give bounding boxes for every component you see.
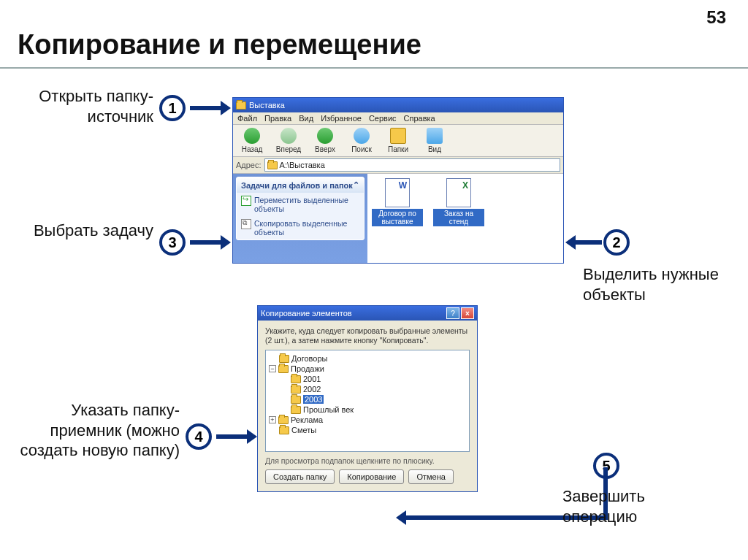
tree-label: 2003: [303, 395, 324, 404]
toolbar-fwd-label: Вперед: [276, 145, 301, 153]
step2-badge: 2: [603, 229, 630, 256]
folder-icon: [278, 416, 289, 424]
toolbar-forward-button[interactable]: Вперед: [272, 128, 305, 153]
explorer-titlebar[interactable]: Выставка: [233, 98, 563, 112]
step3-label: Выбрать задачу: [29, 220, 153, 241]
tree-node[interactable]: − Продажи: [269, 364, 466, 374]
step4-badge: 4: [186, 423, 212, 450]
file-label: Заказ на стенд: [433, 209, 484, 226]
menu-favorites[interactable]: Избранное: [321, 114, 362, 123]
file-label: Договор по выставке: [372, 209, 423, 226]
explorer-window: Выставка Файл Правка Вид Избранное Серви…: [232, 97, 564, 264]
dialog-body: Укажите, куда следует копировать выбранн…: [258, 321, 477, 491]
page-number: 53: [706, 7, 726, 28]
menu-edit[interactable]: Правка: [264, 114, 291, 123]
step1-arrow: [190, 106, 224, 110]
toolbar-search-button[interactable]: Поиск: [346, 128, 378, 153]
folder-icon: [279, 355, 289, 363]
task-move-item[interactable]: Переместить выделенные объекты: [237, 193, 364, 216]
toolbar-back-button[interactable]: Назад: [236, 128, 268, 153]
toolbar-views-button[interactable]: Вид: [419, 128, 451, 153]
close-button[interactable]: ×: [461, 307, 474, 319]
menu-help[interactable]: Справка: [404, 114, 435, 123]
task-move-label: Переместить выделенные объекты: [254, 196, 359, 213]
step2-arrow: [573, 240, 602, 245]
explorer-toolbar: Назад Вперед Вверх Поиск Папки Вид: [233, 125, 563, 157]
forward-icon: [280, 128, 297, 144]
task-pane-box: Задачи для файлов и папок ⌃ Переместить …: [236, 177, 365, 240]
explorer-addressbar: Адрес: A:\Выставка: [233, 157, 563, 174]
copy-dialog: Копирование элементов ? × Укажите, куда …: [257, 305, 478, 492]
up-icon: [317, 128, 333, 144]
toolbar-folders-button[interactable]: Папки: [382, 128, 414, 153]
excel-file-icon: [446, 178, 471, 207]
toolbar-up-button[interactable]: Вверх: [309, 128, 341, 153]
tree-node[interactable]: 2001: [269, 374, 466, 384]
tree-label: Договоры: [291, 354, 327, 363]
move-icon: [241, 196, 251, 206]
folder-icon: [291, 375, 301, 383]
task-pane-header[interactable]: Задачи для файлов и папок ⌃: [237, 177, 364, 193]
task-pane: Задачи для файлов и папок ⌃ Переместить …: [233, 174, 367, 263]
explorer-title: Выставка: [249, 101, 285, 110]
page-title: Копирование и перемещение: [18, 29, 421, 61]
folder-icon: [291, 386, 301, 394]
help-button[interactable]: ?: [446, 307, 459, 319]
tree-node[interactable]: Сметы: [269, 425, 466, 435]
address-label: Адрес:: [236, 161, 262, 169]
step4-arrow: [216, 434, 250, 439]
step2-label: Выделить нужные объекты: [583, 264, 736, 304]
dialog-buttons: Создать папку Копирование Отмена: [265, 469, 470, 484]
toolbar-views-label: Вид: [428, 145, 441, 153]
titlebar-buttons: ? ×: [446, 307, 474, 319]
dialog-titlebar[interactable]: Копирование элементов ? ×: [258, 306, 477, 321]
tree-label: Прошлый век: [303, 405, 354, 414]
collapse-icon[interactable]: −: [269, 365, 276, 372]
menu-tools[interactable]: Сервис: [369, 114, 397, 123]
task-copy-item[interactable]: Скопировать выделенные объекты: [237, 216, 364, 239]
expand-icon[interactable]: +: [269, 416, 276, 423]
folders-icon: [390, 128, 406, 144]
explorer-menubar: Файл Правка Вид Избранное Сервис Справка: [233, 112, 563, 125]
tree-node[interactable]: 2002: [269, 384, 466, 394]
step3-arrow: [190, 240, 224, 245]
address-value: A:\Выставка: [280, 161, 325, 169]
toolbar-back-label: Назад: [242, 145, 263, 153]
copy-icon: [241, 219, 251, 229]
tree-node[interactable]: Прошлый век: [269, 404, 466, 415]
chevron-icon: ⌃: [353, 180, 359, 190]
tree-node[interactable]: Договоры: [269, 353, 466, 364]
toolbar-search-label: Поиск: [351, 145, 372, 153]
folder-icon: [291, 396, 301, 404]
toolbar-up-label: Вверх: [315, 145, 335, 153]
folder-icon: [278, 365, 289, 373]
copy-button[interactable]: Копирование: [339, 469, 404, 484]
tree-label: 2001: [303, 375, 321, 383]
tree-label: Сметы: [291, 426, 316, 434]
step4-label: Указать папку-приемник (можно создать но…: [12, 400, 180, 461]
menu-file[interactable]: Файл: [237, 114, 257, 123]
explorer-body: Задачи для файлов и папок ⌃ Переместить …: [233, 174, 563, 263]
tree-node[interactable]: + Реклама: [269, 415, 466, 425]
menu-view[interactable]: Вид: [299, 114, 313, 123]
address-input[interactable]: A:\Выставка: [264, 158, 560, 172]
folder-tree[interactable]: Договоры − Продажи 2001 2002 2003 Про: [265, 350, 470, 452]
folder-icon: [291, 406, 301, 414]
tree-label: Реклама: [291, 415, 323, 424]
file-item-excel[interactable]: Заказ на стенд: [433, 178, 484, 226]
tree-node-selected[interactable]: 2003: [269, 394, 466, 404]
search-icon: [354, 128, 370, 144]
back-icon: [244, 128, 260, 144]
file-item-word[interactable]: Договор по выставке: [372, 178, 423, 226]
step3-badge: 3: [159, 229, 186, 256]
folder-icon: [279, 426, 289, 434]
cancel-button[interactable]: Отмена: [408, 469, 453, 484]
file-area[interactable]: Договор по выставке Заказ на стенд: [367, 174, 563, 263]
dialog-instruction: Укажите, куда следует копировать выбранн…: [265, 326, 470, 345]
task-copy-label: Скопировать выделенные объекты: [254, 219, 359, 237]
dialog-title: Копирование элементов: [261, 309, 352, 318]
folder-icon: [236, 101, 246, 110]
new-folder-button[interactable]: Создать папку: [265, 469, 335, 484]
views-icon: [427, 128, 443, 144]
tree-label: Продажи: [291, 364, 324, 373]
